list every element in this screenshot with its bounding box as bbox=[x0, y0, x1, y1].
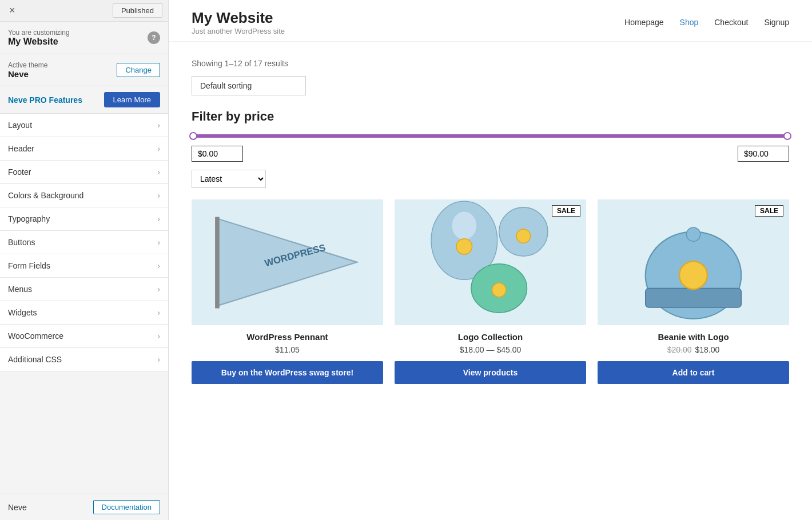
product-price: $18.00 — $45.00 bbox=[395, 345, 586, 354]
active-theme-name: Neve bbox=[8, 69, 47, 79]
chevron-right-icon: › bbox=[157, 308, 160, 317]
sidebar-item-additional-css[interactable]: Additional CSS› bbox=[0, 348, 168, 371]
results-info: Showing 1–12 of 17 results bbox=[192, 59, 789, 68]
chevron-right-icon: › bbox=[157, 355, 160, 364]
latest-dropdown[interactable]: Latest bbox=[192, 170, 266, 188]
sidebar-item-menus[interactable]: Menus› bbox=[0, 278, 168, 301]
sidebar-item-typography[interactable]: Typography› bbox=[0, 207, 168, 231]
price-slider-handle-right[interactable] bbox=[783, 132, 791, 140]
price-slider-handle-left[interactable] bbox=[189, 132, 197, 140]
svg-rect-2 bbox=[215, 217, 220, 309]
product-name: Beanie with Logo bbox=[598, 332, 789, 342]
nav-link-shop[interactable]: Shop bbox=[680, 18, 699, 27]
nav-link-homepage[interactable]: Homepage bbox=[624, 18, 664, 27]
neve-pro-bar: Neve PRO Features Learn More bbox=[0, 86, 168, 114]
documentation-button[interactable]: Documentation bbox=[93, 500, 160, 514]
price-slider-track[interactable] bbox=[192, 134, 789, 138]
change-theme-button[interactable]: Change bbox=[117, 63, 160, 77]
price-max-input[interactable] bbox=[738, 146, 789, 162]
site-header: My Website Just another WordPress site H… bbox=[169, 0, 812, 42]
sidebar-item-woocommerce[interactable]: WooCommerce› bbox=[0, 325, 168, 348]
product-name: WordPress Pennant bbox=[192, 332, 383, 342]
chevron-right-icon: › bbox=[157, 191, 160, 200]
main-content: My Website Just another WordPress site H… bbox=[169, 0, 812, 520]
site-info: You are customizing My Website ? bbox=[0, 22, 168, 54]
site-title-area: My Website Just another WordPress site bbox=[192, 9, 285, 35]
chevron-right-icon: › bbox=[157, 238, 160, 247]
product-action-button[interactable]: Buy on the WordPress swag store! bbox=[192, 361, 383, 384]
chevron-right-icon: › bbox=[157, 167, 160, 177]
svg-point-16 bbox=[686, 227, 700, 241]
sidebar-site-name: My Website bbox=[8, 37, 70, 47]
svg-point-7 bbox=[456, 239, 472, 254]
sort-dropdown-wrapper: Default sortingSort by popularitySort by… bbox=[192, 76, 789, 95]
learn-more-button[interactable]: Learn More bbox=[104, 92, 160, 107]
main-body: Showing 1–12 of 17 results Default sorti… bbox=[169, 42, 812, 415]
price-inputs bbox=[192, 146, 789, 162]
sale-badge: SALE bbox=[755, 205, 783, 217]
product-image-wrapper: SALE bbox=[395, 199, 586, 325]
sale-price: $18.00 bbox=[695, 345, 720, 354]
product-price-value: $18.00 — $45.00 bbox=[460, 345, 521, 354]
sidebar-item-layout[interactable]: Layout› bbox=[0, 114, 168, 137]
svg-point-11 bbox=[492, 283, 506, 297]
product-image-wrapper: SALE bbox=[598, 199, 789, 325]
help-icon[interactable]: ? bbox=[148, 31, 160, 44]
products-grid: WORDPRESS WordPress Pennant $11.05 Buy o… bbox=[192, 199, 789, 384]
chevron-right-icon: › bbox=[157, 285, 160, 294]
customizing-label: You are customizing bbox=[8, 29, 70, 37]
chevron-right-icon: › bbox=[157, 331, 160, 341]
sidebar-footer: Neve Documentation bbox=[0, 494, 168, 520]
active-theme-section: Active theme Neve Change bbox=[0, 54, 168, 86]
site-nav: HomepageShopCheckoutSignup bbox=[624, 18, 789, 27]
svg-point-6 bbox=[452, 212, 477, 240]
sidebar: × Published You are customizing My Websi… bbox=[0, 0, 169, 520]
product-price: $11.05 bbox=[192, 345, 383, 354]
sort-dropdown[interactable]: Default sortingSort by popularitySort by… bbox=[192, 76, 306, 95]
product-action-button[interactable]: Add to cart bbox=[598, 361, 789, 384]
filter-section: Filter by price Latest bbox=[192, 109, 789, 384]
chevron-right-icon: › bbox=[157, 261, 160, 270]
price-slider-fill bbox=[192, 134, 789, 138]
sale-badge: SALE bbox=[552, 205, 580, 217]
svg-point-9 bbox=[516, 229, 530, 243]
sidebar-item-widgets[interactable]: Widgets› bbox=[0, 301, 168, 325]
product-action-button[interactable]: View products bbox=[395, 361, 586, 384]
original-price: $20.00 bbox=[667, 345, 692, 354]
site-tagline: Just another WordPress site bbox=[192, 27, 285, 35]
sidebar-item-colors--background[interactable]: Colors & Background› bbox=[0, 184, 168, 207]
site-title: My Website bbox=[192, 9, 285, 27]
filter-title: Filter by price bbox=[192, 109, 789, 124]
product-price-value: $11.05 bbox=[275, 345, 300, 354]
nav-link-signup[interactable]: Signup bbox=[764, 18, 789, 27]
sidebar-item-footer[interactable]: Footer› bbox=[0, 161, 168, 184]
product-image-wrapper: WORDPRESS bbox=[192, 199, 383, 325]
sidebar-nav: Layout›Header›Footer›Colors & Background… bbox=[0, 114, 168, 371]
sidebar-item-buttons[interactable]: Buttons› bbox=[0, 231, 168, 254]
chevron-right-icon: › bbox=[157, 214, 160, 223]
price-min-input[interactable] bbox=[192, 146, 243, 162]
chevron-right-icon: › bbox=[157, 121, 160, 130]
active-theme-info: Active theme Neve bbox=[8, 61, 47, 79]
product-name: Logo Collection bbox=[395, 332, 586, 342]
close-button[interactable]: × bbox=[6, 3, 19, 18]
svg-rect-14 bbox=[646, 289, 741, 307]
nav-link-checkout[interactable]: Checkout bbox=[714, 18, 748, 27]
sidebar-item-header[interactable]: Header› bbox=[0, 137, 168, 161]
sidebar-footer-neve: Neve bbox=[8, 503, 27, 512]
latest-dropdown-wrapper: Latest bbox=[192, 170, 789, 188]
product-price: $20.00$18.00 bbox=[598, 345, 789, 354]
product-card: SALE Beanie with Logo $20.00$18.00 Add t… bbox=[598, 199, 789, 384]
product-card: WORDPRESS WordPress Pennant $11.05 Buy o… bbox=[192, 199, 383, 384]
svg-point-15 bbox=[679, 261, 707, 289]
neve-pro-label: Neve PRO Features bbox=[8, 95, 82, 105]
active-theme-label: Active theme bbox=[8, 61, 47, 69]
published-button[interactable]: Published bbox=[113, 3, 162, 18]
sidebar-top-bar: × Published bbox=[0, 0, 168, 22]
chevron-right-icon: › bbox=[157, 144, 160, 153]
product-card: SALE Logo Collection $18.00 — $45.00 Vie… bbox=[395, 199, 586, 384]
site-info-text: You are customizing My Website bbox=[8, 29, 70, 47]
sidebar-item-form-fields[interactable]: Form Fields› bbox=[0, 254, 168, 278]
